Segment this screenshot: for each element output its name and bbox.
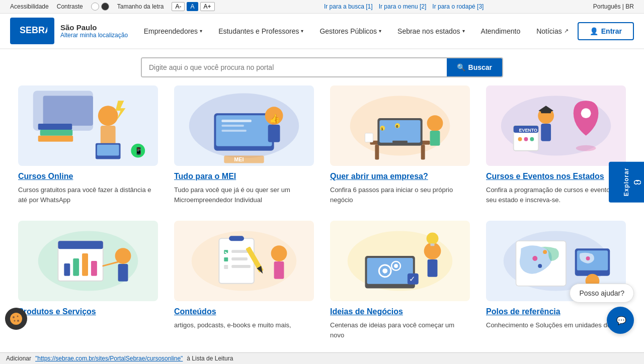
svg-rect-104 <box>637 182 638 184</box>
cookie-button[interactable] <box>5 308 27 330</box>
card-cursos-eventos-title[interactable]: Cursos e Eventos nos Estados <box>486 172 626 181</box>
binoculars-icon <box>634 178 641 186</box>
nav-empreendedores[interactable]: Empreendedores ▾ <box>137 23 209 39</box>
svg-point-73 <box>271 245 287 261</box>
svg-point-40 <box>576 145 596 151</box>
svg-rect-79 <box>367 258 413 284</box>
language-selector[interactable]: Português | BR <box>593 3 634 10</box>
nav-estudantes[interactable]: Estudantes e Professores ▾ <box>211 23 310 39</box>
nav-chevron-estados: ▾ <box>462 28 465 34</box>
svg-rect-6 <box>38 124 72 130</box>
contrast-label: Contraste <box>57 3 83 10</box>
svg-point-32 <box>427 115 443 131</box>
search-icon: 🔍 <box>457 63 465 71</box>
svg-point-41 <box>581 108 591 118</box>
svg-point-93 <box>543 250 547 254</box>
contrast-white[interactable] <box>91 3 99 11</box>
svg-rect-72 <box>231 265 251 268</box>
font-size-controls[interactable]: A- A A+ <box>172 2 214 11</box>
change-location-link[interactable]: Alterar minha localização <box>60 32 128 39</box>
conteudos-illustration <box>174 221 314 301</box>
svg-rect-71 <box>224 265 228 269</box>
svg-point-81 <box>382 268 387 274</box>
sebrae-logo[interactable]: SEBRAE <box>10 18 54 44</box>
svg-rect-5 <box>40 130 73 136</box>
svg-rect-4 <box>38 136 73 142</box>
external-link-icon: ↗ <box>564 28 569 34</box>
card-abrir-empresa-image: 1 6 <box>330 85 470 166</box>
svg-text:✓: ✓ <box>409 275 416 283</box>
top-bar-left: Acessibilidade Contraste Tamanho da letr… <box>10 2 215 11</box>
top-accessibility-bar: Acessibilidade Contraste Tamanho da letr… <box>0 0 644 14</box>
card-produtos: Produtos e Serviços <box>10 221 166 352</box>
card-ideias-image: ✓ <box>330 221 470 301</box>
search-section: 🔍 Buscar <box>0 49 644 85</box>
skip-link-2[interactable]: Ir para o menu [2] <box>379 3 427 10</box>
card-abrir-empresa-title[interactable]: Quer abrir uma empresa? <box>330 172 470 181</box>
search-button[interactable]: 🔍 Buscar <box>447 58 502 76</box>
svg-rect-10 <box>97 145 119 156</box>
entrar-button[interactable]: 👤 Entrar <box>578 22 634 40</box>
card-produtos-title[interactable]: Produtos e Serviços <box>18 307 158 316</box>
card-ideias-title[interactable]: Ideias de Negócios <box>330 307 470 316</box>
nav-estados[interactable]: Sebrae nos estados ▾ <box>390 23 472 39</box>
card-cursos-online-image: 📱 <box>18 85 158 166</box>
nav-gestores[interactable]: Gestores Públicos ▾ <box>312 23 388 39</box>
svg-text:EVENTO: EVENTO <box>519 128 538 133</box>
svg-point-97 <box>586 256 590 260</box>
svg-rect-69 <box>224 257 228 261</box>
svg-text:📱: 📱 <box>134 147 143 155</box>
svg-rect-56 <box>73 258 79 276</box>
chat-button[interactable]: 💬 <box>607 307 634 334</box>
svg-point-107 <box>10 313 22 325</box>
nav-atendimento[interactable]: Atendimento <box>474 23 528 39</box>
svg-point-111 <box>14 320 16 322</box>
search-input[interactable] <box>142 58 447 76</box>
top-skip-links[interactable]: Ir para a busca [1] Ir para o menu [2] I… <box>324 3 484 10</box>
card-conteudos-image <box>174 221 314 301</box>
svg-point-49 <box>518 137 522 141</box>
nav-noticias[interactable]: Notícias ↗ <box>529 23 576 39</box>
skip-link-3[interactable]: Ir para o rodapé [3] <box>432 3 484 10</box>
svg-text:SEBRAE: SEBRAE <box>20 25 47 35</box>
card-produtos-image <box>18 221 158 301</box>
explore-sidebar[interactable]: Explorar ✋ <box>609 162 644 203</box>
svg-point-50 <box>524 137 528 141</box>
card-mei-title[interactable]: Tudo para o MEI <box>174 172 314 181</box>
svg-rect-19 <box>221 130 247 132</box>
svg-point-51 <box>530 137 534 141</box>
nav-chevron-gestores: ▾ <box>379 28 381 34</box>
font-small-btn[interactable]: A- <box>172 2 185 11</box>
produtos-illustration <box>18 221 158 301</box>
eventos-illustration: EVENTO <box>486 85 626 166</box>
font-large-btn[interactable]: A+ <box>200 2 215 11</box>
chat-float-container: Posso ajudar? 💬 <box>570 284 634 334</box>
card-cursos-eventos-desc: Confira a programação de cursos e evento… <box>486 185 626 205</box>
font-medium-btn[interactable]: A <box>187 2 198 11</box>
svg-rect-58 <box>91 261 97 276</box>
svg-point-86 <box>427 232 439 244</box>
card-conteudos-desc: artigos, podcasts, e-books e muito mais, <box>174 320 314 330</box>
search-container: 🔍 Buscar <box>141 57 503 77</box>
svg-point-94 <box>538 264 542 268</box>
svg-rect-21 <box>268 125 280 142</box>
card-conteudos-title[interactable]: Conteúdos <box>174 307 314 316</box>
nav-chevron-estudantes: ▾ <box>301 28 303 34</box>
chat-bubble: Posso ajudar? <box>570 284 634 303</box>
contrast-toggle[interactable] <box>91 3 109 11</box>
card-mei-image: 👍 MEI <box>174 85 314 166</box>
skip-link-1[interactable]: Ir para a busca [1] <box>324 3 373 10</box>
card-conteudos: Conteúdos artigos, podcasts, e-books e m… <box>166 221 322 352</box>
svg-text:6: 6 <box>396 124 398 129</box>
svg-rect-43 <box>541 124 551 141</box>
logo-svg: SEBRAE <box>17 22 47 38</box>
card-mei-desc: Tudo para você que já é ou quer ser um M… <box>174 185 314 205</box>
card-mei: 👍 MEI Tudo para o MEI Tudo para você que… <box>166 85 322 217</box>
card-cursos-online: 📱 Cursos Online Cursos gratuitos para vo… <box>10 85 166 217</box>
svg-text:💬: 💬 <box>616 316 626 325</box>
cards-row-1: 📱 Cursos Online Cursos gratuitos para vo… <box>0 85 644 217</box>
card-cursos-online-title[interactable]: Cursos Online <box>18 172 158 181</box>
contrast-dark[interactable] <box>101 3 109 11</box>
card-ideias: ✓ Ideias de Negócios Centenas de ideias … <box>322 221 478 352</box>
card-abrir-empresa-desc: Confira 6 passos para iniciar o seu próp… <box>330 185 470 205</box>
